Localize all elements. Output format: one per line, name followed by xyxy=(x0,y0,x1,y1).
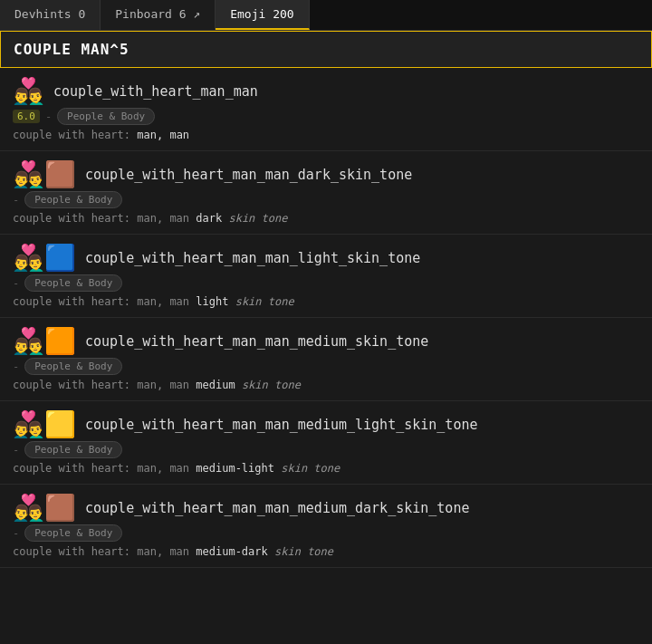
emoji-name: couple_with_heart_man_man_light_skin_ton… xyxy=(85,250,420,266)
skin-tone-text: skin tone xyxy=(228,212,287,225)
emoji-title-row: 👨‍❤️‍👨🟨 couple_with_heart_man_man_medium… xyxy=(13,412,639,437)
list-item: 👨‍❤️‍👨🟨 couple_with_heart_man_man_medium… xyxy=(0,401,652,485)
list-item: 👨‍❤️‍👨🟫 couple_with_heart_man_man_medium… xyxy=(0,485,652,568)
version-badge: 6.0 xyxy=(13,110,40,123)
emoji-glyph: 👨‍❤️‍👨🟦 xyxy=(13,245,76,271)
emoji-meta: - People & Body xyxy=(13,274,639,292)
emoji-meta: - People & Body xyxy=(13,441,639,458)
emoji-title-row: 👨‍❤️‍👨 couple_with_heart_man_man xyxy=(13,79,639,104)
category-badge: People & Body xyxy=(24,524,122,542)
emoji-title-row: 👨‍❤️‍👨🟧 couple_with_heart_man_man_medium… xyxy=(13,329,639,354)
category-badge: People & Body xyxy=(24,274,122,292)
emoji-glyph: 👨‍❤️‍👨 xyxy=(13,79,44,104)
emoji-title-row: 👨‍❤️‍👨🟦 couple_with_heart_man_man_light_… xyxy=(13,245,639,271)
separator: - xyxy=(13,444,19,457)
emoji-meta: - People & Body xyxy=(13,358,639,375)
list-item: 👨‍❤️‍👨 couple_with_heart_man_man 6.0 - P… xyxy=(0,68,652,151)
emoji-glyph: 👨‍❤️‍👨🟧 xyxy=(13,329,76,354)
emoji-desc: couple with heart: man, man xyxy=(13,129,639,141)
emoji-meta: - People & Body xyxy=(13,191,639,208)
emoji-desc: couple with heart: man, man dark skin to… xyxy=(13,212,639,225)
emoji-glyph: 👨‍❤️‍👨🟨 xyxy=(13,412,76,437)
category-badge: People & Body xyxy=(24,358,122,375)
emoji-meta: 6.0 - People & Body xyxy=(13,108,639,125)
list-item: 👨‍❤️‍👨🟦 couple_with_heart_man_man_light_… xyxy=(0,235,652,318)
list-item: 👨‍❤️‍👨🟫 couple_with_heart_man_man_dark_s… xyxy=(0,151,652,235)
skin-tone-text: skin tone xyxy=(274,545,333,558)
skin-tone-text: skin tone xyxy=(281,462,340,475)
tab-pinboard[interactable]: Pinboard 6 ↗ xyxy=(101,0,216,30)
tab-devhints[interactable]: Devhints 0 xyxy=(0,0,101,30)
tab-bar: Devhints 0 Pinboard 6 ↗ Emoji 200 xyxy=(0,0,652,31)
emoji-glyph: 👨‍❤️‍👨🟫 xyxy=(13,495,76,521)
emoji-name: couple_with_heart_man_man_medium_dark_sk… xyxy=(85,500,469,516)
emoji-list: 👨‍❤️‍👨 couple_with_heart_man_man 6.0 - P… xyxy=(0,68,652,568)
skin-tone-text: skin tone xyxy=(235,295,294,308)
emoji-name: couple_with_heart_man_man_medium_skin_to… xyxy=(85,333,428,350)
separator: - xyxy=(45,111,52,123)
separator: - xyxy=(13,277,19,290)
page-title: COUPLE MAN^5 xyxy=(0,31,652,68)
desc-highlight: dark xyxy=(196,212,222,225)
category-badge: People & Body xyxy=(24,441,122,458)
emoji-name: couple_with_heart_man_man_dark_skin_tone xyxy=(85,167,412,183)
emoji-desc: couple with heart: man, man medium-dark … xyxy=(13,545,639,558)
emoji-desc: couple with heart: man, man medium-light… xyxy=(13,462,639,475)
desc-highlight: medium-light xyxy=(196,462,274,475)
emoji-meta: - People & Body xyxy=(13,524,639,542)
separator: - xyxy=(13,194,19,207)
desc-highlight: light xyxy=(196,295,228,308)
emoji-desc: couple with heart: man, man medium skin … xyxy=(13,379,639,391)
emoji-title-row: 👨‍❤️‍👨🟫 couple_with_heart_man_man_medium… xyxy=(13,495,639,521)
emoji-name: couple_with_heart_man_man xyxy=(53,83,258,100)
category-badge: People & Body xyxy=(57,108,155,125)
emoji-glyph: 👨‍❤️‍👨🟫 xyxy=(13,162,76,187)
emoji-desc: couple with heart: man, man light skin t… xyxy=(13,295,639,308)
tab-emoji[interactable]: Emoji 200 xyxy=(216,0,309,30)
separator: - xyxy=(13,527,19,540)
desc-highlight: man, man xyxy=(137,129,189,141)
desc-highlight: medium xyxy=(196,379,235,391)
separator: - xyxy=(13,360,19,373)
skin-tone-text: skin tone xyxy=(242,379,301,391)
desc-highlight: medium-dark xyxy=(196,545,267,558)
list-item: 👨‍❤️‍👨🟧 couple_with_heart_man_man_medium… xyxy=(0,318,652,401)
emoji-title-row: 👨‍❤️‍👨🟫 couple_with_heart_man_man_dark_s… xyxy=(13,162,639,187)
category-badge: People & Body xyxy=(24,191,122,208)
emoji-name: couple_with_heart_man_man_medium_light_s… xyxy=(85,417,477,433)
